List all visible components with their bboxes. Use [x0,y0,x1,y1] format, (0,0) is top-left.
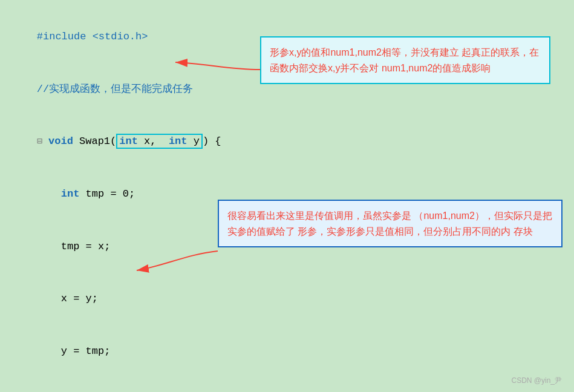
comment-text: //实现成函数，但是不能完成任务 [37,83,193,95]
code-line-8: } [12,378,562,392]
callout-blue: 很容易看出来这里是传值调用，虽然实参是 （num1,num2），但实际只是把实参… [218,200,563,247]
include-file: <stdio.h> [93,31,148,42]
code-line-6: x = y; [12,273,562,325]
preprocessor-keyword: #include [37,31,86,42]
void-keyword: void [48,136,73,147]
collapse-icon: ⊟ [37,137,42,147]
param-highlight: int x, int y [116,134,203,149]
code-line-3: ⊟ void Swap1(int x, int y) { [12,116,562,168]
watermark: CSDN @yin_尹 [511,376,562,386]
callout-cyan-text: 形参x,y的值和num1,num2相等，并没有建立 起真正的联系，在函数内部交换… [270,47,539,73]
code-line-7: y = tmp; [12,325,562,378]
callout-cyan: 形参x,y的值和num1,num2相等，并没有建立 起真正的联系，在函数内部交换… [260,36,550,84]
callout-blue-text: 很容易看出来这里是传值调用，虽然实参是 （num1,num2），但实际只是把实参… [227,211,552,237]
